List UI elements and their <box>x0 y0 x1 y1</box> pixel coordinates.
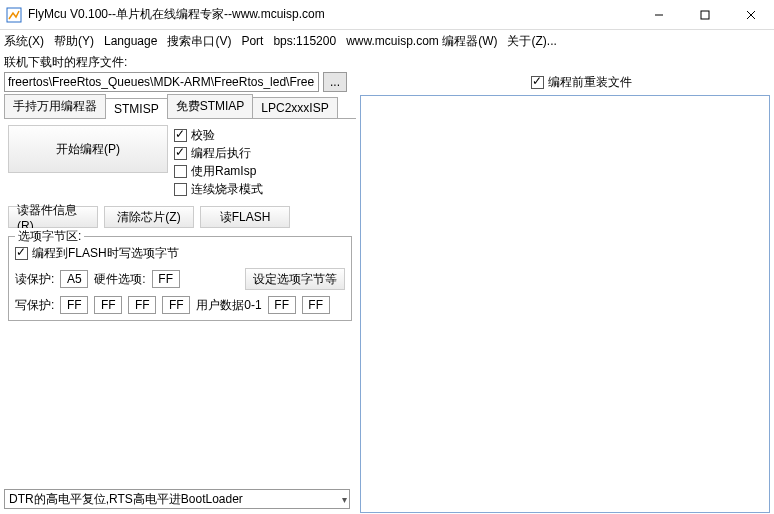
tab-handheld[interactable]: 手持万用编程器 <box>4 94 106 118</box>
read-flash-button[interactable]: 读FLASH <box>200 206 290 228</box>
file-path-input[interactable] <box>4 72 319 92</box>
menu-site[interactable]: www.mcuisp.com 编程器(W) <box>346 33 497 50</box>
tab-stmisp[interactable]: STMISP <box>105 98 168 119</box>
runafter-label: 编程后执行 <box>191 145 251 162</box>
read-device-info-button[interactable]: 读器件信息(R) <box>8 206 98 228</box>
menu-port[interactable]: Port <box>241 34 263 48</box>
wp-input-2[interactable] <box>128 296 156 314</box>
contburn-checkbox[interactable] <box>174 183 187 196</box>
ramisp-label: 使用RamIsp <box>191 163 256 180</box>
browse-button[interactable]: ... <box>323 72 347 92</box>
tab-content: 开始编程(P) 校验 编程后执行 使用RamIsp 连续烧录模式 读器件信息(R… <box>4 119 356 325</box>
app-icon <box>6 7 22 23</box>
hw-option-input[interactable] <box>152 270 180 288</box>
close-button[interactable] <box>728 0 774 30</box>
reinstall-checkbox[interactable] <box>531 76 544 89</box>
tab-stmiap[interactable]: 免费STMIAP <box>167 94 254 118</box>
ud-input-0[interactable] <box>268 296 296 314</box>
ud-input-1[interactable] <box>302 296 330 314</box>
hw-option-label: 硬件选项: <box>94 271 145 288</box>
wp-input-3[interactable] <box>162 296 190 314</box>
minimize-button[interactable] <box>636 0 682 30</box>
svg-rect-2 <box>701 11 709 19</box>
wp-input-0[interactable] <box>60 296 88 314</box>
title-bar: FlyMcu V0.100--单片机在线编程专家--www.mcuisp.com <box>0 0 774 30</box>
option-bytes-legend: 选项字节区: <box>15 228 84 245</box>
runafter-checkbox[interactable] <box>174 147 187 160</box>
set-option-bytes-button[interactable]: 设定选项字节等 <box>245 268 345 290</box>
tab-strip: 手持万用编程器 STMISP 免费STMIAP LPC2xxxISP <box>4 95 356 119</box>
menu-language[interactable]: Language <box>104 34 157 48</box>
menu-bps[interactable]: bps:115200 <box>273 34 336 48</box>
menu-system[interactable]: 系统(X) <box>4 33 44 50</box>
read-protect-label: 读保护: <box>15 271 54 288</box>
menu-bar: 系统(X) 帮助(Y) Language 搜索串口(V) Port bps:11… <box>0 30 774 52</box>
chevron-down-icon: ▾ <box>342 494 347 505</box>
file-path-label: 联机下载时的程序文件: <box>0 52 774 71</box>
option-bytes-group: 选项字节区: 编程到FLASH时写选项字节 读保护: 硬件选项: 设定选项字节等… <box>8 236 352 321</box>
menu-help[interactable]: 帮助(Y) <box>54 33 94 50</box>
read-protect-input[interactable] <box>60 270 88 288</box>
program-option-label: 编程到FLASH时写选项字节 <box>32 245 179 262</box>
reinstall-label: 编程前重装文件 <box>548 74 632 91</box>
verify-checkbox[interactable] <box>174 129 187 142</box>
write-protect-label: 写保护: <box>15 297 54 314</box>
start-program-button[interactable]: 开始编程(P) <box>8 125 168 173</box>
window-title: FlyMcu V0.100--单片机在线编程专家--www.mcuisp.com <box>28 6 636 23</box>
log-textarea[interactable] <box>360 95 770 513</box>
maximize-button[interactable] <box>682 0 728 30</box>
menu-about[interactable]: 关于(Z)... <box>507 33 556 50</box>
tab-lpc[interactable]: LPC2xxxISP <box>252 97 337 118</box>
contburn-label: 连续烧录模式 <box>191 181 263 198</box>
user-data-label: 用户数据0-1 <box>196 297 261 314</box>
verify-label: 校验 <box>191 127 215 144</box>
ramisp-checkbox[interactable] <box>174 165 187 178</box>
menu-search-port[interactable]: 搜索串口(V) <box>167 33 231 50</box>
erase-chip-button[interactable]: 清除芯片(Z) <box>104 206 194 228</box>
dtr-rts-value: DTR的高电平复位,RTS高电平进BootLoader <box>9 491 243 508</box>
wp-input-1[interactable] <box>94 296 122 314</box>
program-option-checkbox[interactable] <box>15 247 28 260</box>
dtr-rts-select[interactable]: DTR的高电平复位,RTS高电平进BootLoader ▾ <box>4 489 350 509</box>
